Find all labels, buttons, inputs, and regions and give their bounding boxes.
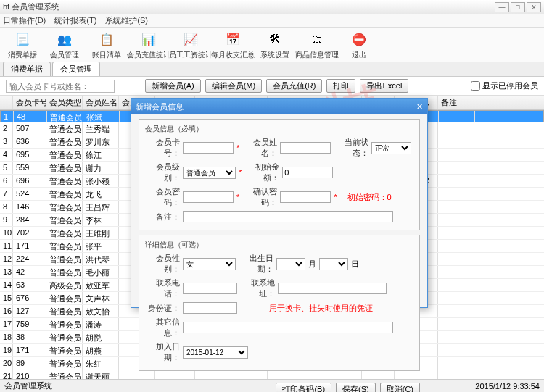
toolbar: 📃消费单据👥会员管理📋账目清单📊会员充值统计📈员工工资统计📅每月收支汇总🛠系统设… [0, 28, 544, 62]
toolbar-icon: 📊 [139, 29, 159, 49]
cardno-field[interactable] [183, 142, 234, 154]
name-field[interactable] [280, 142, 331, 154]
recharge-button[interactable]: 会员充值(R) [266, 79, 322, 93]
toolbar-icon: 🗂 [307, 29, 327, 49]
tabs: 消费单据 会员管理 [0, 62, 544, 77]
birth-day[interactable] [319, 258, 348, 270]
toolbar-icon: ⛔ [349, 29, 369, 49]
optional-fieldset: 详细信息（可选） 会员性别：女 出生日期：月日 联系电话： 联系地址： 身份证：… [139, 235, 420, 371]
dialog-titlebar[interactable]: 新增会员信息 ✕ [131, 99, 427, 114]
app-title: hf 会员管理系统 [3, 1, 495, 12]
export-button[interactable]: 导出Excel [360, 79, 408, 93]
toolbar-label: 系统设置 [260, 50, 289, 60]
col-header[interactable]: 会员姓名 [83, 96, 119, 109]
idcard-hint: 用于换卡、挂失时使用的凭证 [269, 303, 373, 314]
edit-member-button[interactable]: 编辑会员(M) [205, 79, 263, 93]
new-member-dialog: 新增会员信息 ✕ 会员信息（必填） 会员卡号：* 会员姓名： 当前状态：正常 会… [131, 98, 428, 308]
remark-field[interactable] [183, 211, 393, 222]
titlebar: hf 会员管理系统 — □ X [0, 0, 544, 14]
toolbar-label: 商品信息管理 [295, 50, 339, 60]
toolbar-label: 消费单据 [8, 50, 37, 60]
pwd2-field[interactable] [280, 191, 331, 203]
toolbar-6[interactable]: 🛠系统设置 [257, 29, 293, 60]
initpwd-hint: 初始密码：0 [347, 192, 392, 203]
search-input[interactable] [6, 80, 115, 93]
joindate-select[interactable]: 2015-01-12 [183, 346, 248, 359]
state-select[interactable]: 正常 [371, 142, 411, 154]
tab-consume[interactable]: 消费单据 [3, 62, 51, 76]
toolbar-3[interactable]: 📊会员充值统计 [131, 29, 167, 60]
toolbar-label: 每月收支汇总 [211, 50, 255, 60]
toolbar-icon: 📅 [223, 29, 243, 49]
other-field[interactable] [183, 322, 393, 333]
dialog-title: 新增会员信息 [136, 101, 184, 112]
toolbar-4[interactable]: 📈员工工资统计 [173, 29, 209, 60]
menu-report[interactable]: 统计报表(T) [54, 15, 96, 26]
toolbar-label: 会员充值统计 [127, 50, 170, 60]
toolbar-icon: 📋 [96, 29, 117, 49]
print-barcode-button[interactable]: 打印条码(B) [276, 383, 331, 392]
actionbar: 新增会员(A) 编辑会员(M) 会员充值(R) 打印 导出Excel 显示已停用… [0, 77, 544, 96]
status-right: 2015/1/12 9:33:54 [475, 382, 540, 391]
new-member-button[interactable]: 新增会员(A) [145, 79, 201, 93]
toolbar-icon: 👥 [54, 29, 75, 49]
pwd-field[interactable] [183, 191, 234, 203]
toolbar-7[interactable]: 🗂商品信息管理 [299, 29, 335, 60]
menubar: 日常操作(D) 统计报表(T) 系统维护(S) [0, 14, 544, 28]
phone-field[interactable] [183, 283, 237, 294]
dialog-close-icon[interactable]: ✕ [416, 102, 423, 112]
print-button[interactable]: 打印 [326, 79, 355, 93]
toolbar-icon: 🛠 [265, 29, 285, 49]
initamt-field[interactable] [282, 167, 333, 178]
minimize-button[interactable]: — [495, 2, 509, 12]
col-header[interactable]: 会员类型 [46, 96, 83, 109]
birth-month[interactable] [276, 258, 305, 270]
col-header[interactable] [0, 96, 13, 109]
toolbar-0[interactable]: 📃消费单据 [4, 29, 41, 60]
close-button[interactable]: X [527, 2, 541, 12]
tab-members[interactable]: 会员管理 [52, 62, 100, 76]
toolbar-1[interactable]: 👥会员管理 [46, 29, 83, 60]
status-left: 会员管理系统 [4, 380, 52, 391]
toolbar-label: 退出 [352, 50, 366, 60]
gender-select[interactable]: 女 [183, 258, 236, 270]
toolbar-icon: 📈 [181, 29, 201, 49]
toolbar-8[interactable]: ⛔退出 [341, 29, 377, 60]
idcard-field[interactable] [183, 302, 237, 314]
toolbar-label: 账目清单 [92, 50, 121, 60]
level-select[interactable]: 普通会员 [183, 167, 236, 179]
toolbar-label: 会员管理 [50, 50, 79, 60]
toolbar-label: 员工工资统计 [169, 50, 213, 60]
toolbar-2[interactable]: 📋账目清单 [88, 29, 125, 60]
toolbar-5[interactable]: 📅每月收支汇总 [215, 29, 251, 60]
required-fieldset: 会员信息（必填） 会员卡号：* 会员姓名： 当前状态：正常 会员级别：普通会员*… [139, 119, 420, 230]
cancel-button[interactable]: 取消(C) [380, 383, 420, 392]
save-button[interactable]: 保存(S) [336, 383, 376, 392]
col-header[interactable]: 会员卡号 [13, 96, 46, 109]
toolbar-icon: 📃 [12, 29, 33, 49]
menu-daily[interactable]: 日常操作(D) [3, 15, 46, 26]
addr-field[interactable] [278, 283, 387, 294]
maximize-button[interactable]: □ [511, 2, 525, 12]
menu-maint[interactable]: 系统维护(S) [105, 15, 148, 26]
show-disabled-check[interactable]: 显示已停用会员 [471, 80, 538, 91]
col-header[interactable]: 备注 [438, 96, 474, 109]
